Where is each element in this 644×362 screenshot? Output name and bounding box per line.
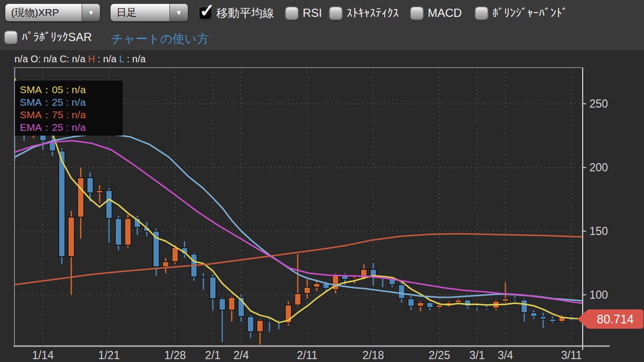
candle-body [266,320,273,322]
checkbox-moving-average[interactable]: ✓ 移動平均線 [198,6,274,20]
timeframe-select[interactable]: 日足 ▼ [110,3,188,22]
y-axis-label: 250 [589,97,608,110]
candle-body [502,299,508,301]
checkbox-box[interactable]: ✓ [475,6,489,20]
ohlc-readout: n/a O: n/a C: n/a H : n/a L : n/a [14,54,146,65]
candle-body [294,293,301,305]
checkbox-rsi[interactable]: ✓ RSI [285,6,322,20]
checkbox-stochastics[interactable]: ✓ ｽﾄｷｬｽﾃｨｸｽ [329,6,399,20]
candle-body [512,299,518,300]
checkbox-box[interactable]: ✓ [410,6,424,20]
x-axis-label: 3/1 [469,349,485,362]
candle-body [68,217,74,257]
checkbox-macd[interactable]: ✓ MACD [410,6,462,20]
checkbox-box[interactable]: ✓ [285,6,299,20]
checkbox-box[interactable]: ✓ [329,6,343,20]
candle-body [106,190,112,218]
ohlc-high-value: : n/a [95,54,119,64]
candle-body [474,306,480,308]
ohlc-low-value: : n/a [124,54,145,64]
ohlc-open-close: n/a O: n/a C: n/a [14,54,88,64]
candle-body [549,319,556,321]
candle-body [464,300,471,306]
legend-sma25: SMA：25 : n/a [20,96,123,109]
candle-body [304,287,310,293]
candle-body [483,307,490,309]
y-axis-label: 200 [589,161,608,174]
x-axis-label: 2/4 [234,349,249,362]
indicator-legend: SMA：05 : n/a SMA：25 : n/a SMA：75 : n/a E… [15,81,123,136]
x-axis-label: 2/25 [429,349,450,362]
candle-body [455,300,462,302]
candle-body [248,317,254,332]
chevron-down-icon[interactable]: ▼ [169,4,188,21]
candle-body [210,277,216,299]
x-axis-label: 2/11 [297,349,318,362]
pair-select[interactable]: (現物)XRP ▼ [5,3,100,22]
checkbox-box[interactable]: ✓ [4,30,18,44]
checkbox-bollinger[interactable]: ✓ ﾎﾞﾘﾝｼﾞｬｰﾊﾞﾝﾄﾞ [475,6,568,20]
ohlc-low-label: L [119,54,124,64]
candle-body [531,313,537,317]
price-badge-arrow-icon [577,309,588,329]
checkbox-label: ﾊﾟﾗﾎﾞﾘｯｸSAR [22,30,92,44]
candle-body [97,190,103,193]
chevron-down-icon[interactable]: ▼ [82,4,100,21]
chart-help-link[interactable]: チャートの使い方 [111,31,209,47]
toolbar: (現物)XRP ▼ 日足 ▼ ✓ 移動平均線 ✓ RSI ✓ ｽﾄｷｬｽﾃｨｸｽ… [0,0,644,50]
candle-body [521,300,528,312]
last-price-badge: 80.714 [577,309,644,329]
price-badge-value: 80.714 [587,309,644,329]
y-axis-label: 100 [589,289,608,301]
candle-body [417,303,423,306]
candle-body [78,178,84,217]
candle-body [219,299,225,310]
x-axis-label: 3/4 [498,349,513,362]
ohlc-high-label: H [88,54,95,64]
checkbox-label: ﾎﾞﾘﾝｼﾞｬｰﾊﾞﾝﾄﾞ [492,6,568,20]
checkbox-label: MACD [428,6,462,20]
pair-select-value: (現物)XRP [5,4,82,21]
candle-body [427,303,433,308]
candle-body [125,219,131,245]
candle-body [540,317,546,319]
candle-body [200,277,207,278]
check-icon: ✓ [199,1,215,20]
checkbox-label: RSI [303,6,322,20]
candle-body [163,262,169,267]
x-axis-label: 2/18 [363,349,384,362]
legend-sma75: SMA：75 : n/a [20,109,123,121]
candle-body [313,283,320,287]
candle-body [351,278,358,280]
x-axis-label: 1/28 [164,349,186,362]
candle-body [172,248,178,262]
candle-body [257,320,263,332]
checkbox-label: ｽﾄｷｬｽﾃｨｸｽ [347,6,399,20]
candle-body [398,285,405,299]
checkbox-parabolic-sar[interactable]: ✓ ﾊﾟﾗﾎﾞﾘｯｸSAR [4,30,92,44]
x-axis-label: 1/21 [98,349,120,362]
x-axis-label: 3/11 [561,349,582,362]
checkbox-label: 移動平均線 [216,5,274,21]
x-axis-label: 2/1 [205,349,221,362]
candle-body [115,219,122,245]
candle-body [59,151,65,257]
candle-body [436,305,443,307]
legend-sma5: SMA：05 : n/a [20,84,123,96]
x-axis-label: 1/14 [32,349,54,362]
y-axis-label: 150 [589,225,608,237]
checkbox-box[interactable]: ✓ [198,6,212,20]
candle-body [87,178,93,193]
candle-body [228,297,235,310]
timeframe-select-value: 日足 [111,4,169,21]
candle-body [408,299,414,306]
legend-ema25: EMA：25 : n/a [20,121,123,134]
